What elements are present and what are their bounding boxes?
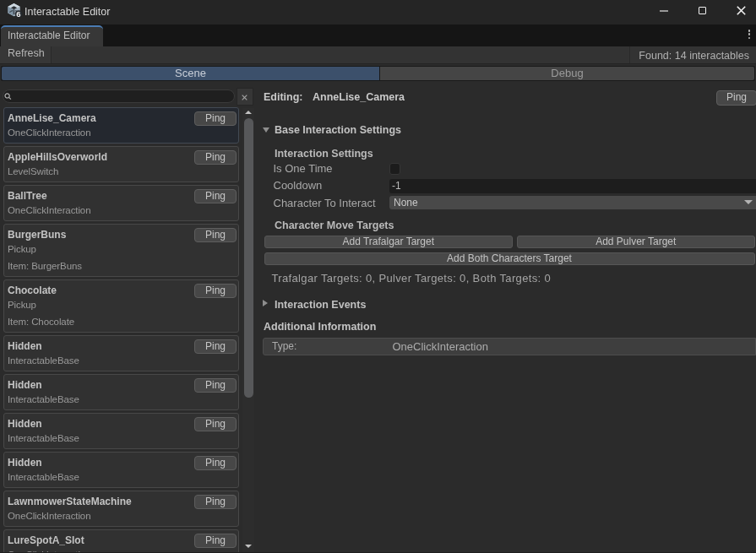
svg-text:6: 6: [16, 9, 20, 19]
